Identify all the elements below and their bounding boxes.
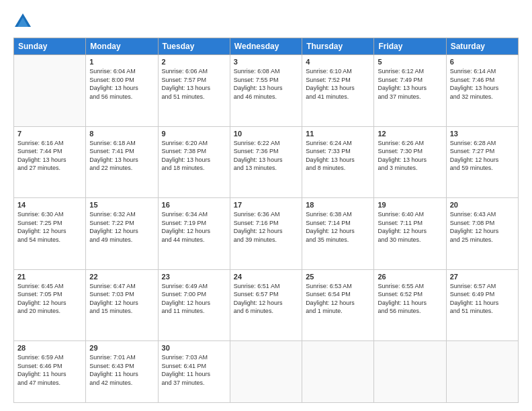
day-info: Sunrise: 6:24 AM Sunset: 7:33 PM Dayligh…: [306, 139, 370, 173]
day-number: 21: [17, 273, 82, 281]
calendar-cell: 4Sunrise: 6:10 AM Sunset: 7:52 PM Daylig…: [302, 55, 374, 127]
calendar-cell: 11Sunrise: 6:24 AM Sunset: 7:33 PM Dayli…: [302, 126, 374, 198]
calendar-cell: 9Sunrise: 6:20 AM Sunset: 7:38 PM Daylig…: [158, 126, 230, 198]
day-number: 12: [378, 130, 442, 138]
calendar-cell: 19Sunrise: 6:40 AM Sunset: 7:11 PM Dayli…: [374, 198, 446, 270]
calendar-cell: 2Sunrise: 6:06 AM Sunset: 7:57 PM Daylig…: [158, 55, 230, 127]
day-info: Sunrise: 6:14 AM Sunset: 7:46 PM Dayligh…: [450, 67, 515, 101]
calendar-cell: 14Sunrise: 6:30 AM Sunset: 7:25 PM Dayli…: [14, 198, 86, 270]
day-info: Sunrise: 6:34 AM Sunset: 7:19 PM Dayligh…: [162, 210, 226, 244]
day-header-monday: Monday: [86, 38, 158, 55]
calendar-table: SundayMondayTuesdayWednesdayThursdayFrid…: [13, 38, 519, 403]
calendar-cell: 10Sunrise: 6:22 AM Sunset: 7:36 PM Dayli…: [230, 126, 302, 198]
page: SundayMondayTuesdayWednesdayThursdayFrid…: [0, 0, 532, 411]
day-header-saturday: Saturday: [446, 38, 518, 55]
day-info: Sunrise: 6:28 AM Sunset: 7:27 PM Dayligh…: [450, 139, 515, 173]
day-info: Sunrise: 6:30 AM Sunset: 7:25 PM Dayligh…: [17, 210, 82, 244]
calendar-cell: 17Sunrise: 6:36 AM Sunset: 7:16 PM Dayli…: [230, 198, 302, 270]
day-number: 2: [162, 58, 226, 66]
day-info: Sunrise: 6:04 AM Sunset: 8:00 PM Dayligh…: [89, 67, 154, 101]
day-number: 20: [450, 201, 515, 209]
day-number: 25: [306, 273, 370, 281]
calendar-cell: [374, 341, 446, 403]
day-number: 22: [89, 273, 154, 281]
calendar-cell: [446, 341, 518, 403]
day-number: 16: [162, 201, 226, 209]
day-info: Sunrise: 6:06 AM Sunset: 7:57 PM Dayligh…: [162, 67, 226, 101]
day-info: Sunrise: 6:20 AM Sunset: 7:38 PM Dayligh…: [162, 139, 226, 173]
day-info: Sunrise: 6:10 AM Sunset: 7:52 PM Dayligh…: [306, 67, 370, 101]
day-info: Sunrise: 6:59 AM Sunset: 6:46 PM Dayligh…: [17, 353, 82, 387]
calendar-cell: [14, 55, 86, 127]
day-number: 9: [162, 130, 226, 138]
calendar-header-row: SundayMondayTuesdayWednesdayThursdayFrid…: [14, 38, 519, 55]
logo-icon: [13, 12, 32, 31]
calendar-cell: 24Sunrise: 6:51 AM Sunset: 6:57 PM Dayli…: [230, 269, 302, 341]
day-number: 8: [89, 130, 154, 138]
day-info: Sunrise: 6:26 AM Sunset: 7:30 PM Dayligh…: [378, 139, 442, 173]
day-number: 27: [450, 273, 515, 281]
day-header-friday: Friday: [374, 38, 446, 55]
calendar-cell: 20Sunrise: 6:43 AM Sunset: 7:08 PM Dayli…: [446, 198, 518, 270]
day-number: 30: [162, 344, 226, 352]
day-header-wednesday: Wednesday: [230, 38, 302, 55]
calendar-cell: 27Sunrise: 6:57 AM Sunset: 6:49 PM Dayli…: [446, 269, 518, 341]
calendar-cell: 1Sunrise: 6:04 AM Sunset: 8:00 PM Daylig…: [86, 55, 158, 127]
day-info: Sunrise: 6:08 AM Sunset: 7:55 PM Dayligh…: [234, 67, 298, 101]
calendar-cell: [230, 341, 302, 403]
day-number: 14: [17, 201, 82, 209]
day-info: Sunrise: 6:18 AM Sunset: 7:41 PM Dayligh…: [89, 139, 154, 173]
day-number: 24: [234, 273, 298, 281]
day-number: 3: [234, 58, 298, 66]
day-info: Sunrise: 6:12 AM Sunset: 7:49 PM Dayligh…: [378, 67, 442, 101]
day-number: 10: [234, 130, 298, 138]
calendar-cell: 30Sunrise: 7:03 AM Sunset: 6:41 PM Dayli…: [158, 341, 230, 403]
day-info: Sunrise: 6:16 AM Sunset: 7:44 PM Dayligh…: [17, 139, 82, 173]
day-number: 29: [89, 344, 154, 352]
day-number: 4: [306, 58, 370, 66]
day-header-tuesday: Tuesday: [158, 38, 230, 55]
day-info: Sunrise: 6:51 AM Sunset: 6:57 PM Dayligh…: [234, 282, 298, 316]
calendar-cell: 18Sunrise: 6:38 AM Sunset: 7:14 PM Dayli…: [302, 198, 374, 270]
calendar-cell: 26Sunrise: 6:55 AM Sunset: 6:52 PM Dayli…: [374, 269, 446, 341]
day-info: Sunrise: 6:40 AM Sunset: 7:11 PM Dayligh…: [378, 210, 442, 244]
day-number: 13: [450, 130, 515, 138]
calendar-cell: 29Sunrise: 7:01 AM Sunset: 6:43 PM Dayli…: [86, 341, 158, 403]
day-info: Sunrise: 7:03 AM Sunset: 6:41 PM Dayligh…: [162, 353, 226, 387]
logo: [13, 12, 35, 31]
day-number: 1: [89, 58, 154, 66]
day-info: Sunrise: 6:55 AM Sunset: 6:52 PM Dayligh…: [378, 282, 442, 316]
calendar-cell: 6Sunrise: 6:14 AM Sunset: 7:46 PM Daylig…: [446, 55, 518, 127]
calendar-cell: 7Sunrise: 6:16 AM Sunset: 7:44 PM Daylig…: [14, 126, 86, 198]
calendar-cell: [302, 341, 374, 403]
day-number: 23: [162, 273, 226, 281]
day-number: 11: [306, 130, 370, 138]
day-info: Sunrise: 6:22 AM Sunset: 7:36 PM Dayligh…: [234, 139, 298, 173]
day-info: Sunrise: 6:49 AM Sunset: 7:00 PM Dayligh…: [162, 282, 226, 316]
calendar-cell: 5Sunrise: 6:12 AM Sunset: 7:49 PM Daylig…: [374, 55, 446, 127]
day-info: Sunrise: 6:57 AM Sunset: 6:49 PM Dayligh…: [450, 282, 515, 316]
day-info: Sunrise: 6:32 AM Sunset: 7:22 PM Dayligh…: [89, 210, 154, 244]
calendar-cell: 12Sunrise: 6:26 AM Sunset: 7:30 PM Dayli…: [374, 126, 446, 198]
calendar-cell: 8Sunrise: 6:18 AM Sunset: 7:41 PM Daylig…: [86, 126, 158, 198]
day-number: 28: [17, 344, 82, 352]
day-number: 6: [450, 58, 515, 66]
calendar-cell: 13Sunrise: 6:28 AM Sunset: 7:27 PM Dayli…: [446, 126, 518, 198]
day-number: 17: [234, 201, 298, 209]
calendar-cell: 22Sunrise: 6:47 AM Sunset: 7:03 PM Dayli…: [86, 269, 158, 341]
calendar-cell: 16Sunrise: 6:34 AM Sunset: 7:19 PM Dayli…: [158, 198, 230, 270]
header: [13, 12, 519, 31]
day-header-thursday: Thursday: [302, 38, 374, 55]
day-header-sunday: Sunday: [14, 38, 86, 55]
day-number: 26: [378, 273, 442, 281]
day-number: 18: [306, 201, 370, 209]
day-info: Sunrise: 7:01 AM Sunset: 6:43 PM Dayligh…: [89, 353, 154, 387]
calendar-cell: 21Sunrise: 6:45 AM Sunset: 7:05 PM Dayli…: [14, 269, 86, 341]
day-info: Sunrise: 6:36 AM Sunset: 7:16 PM Dayligh…: [234, 210, 298, 244]
day-number: 15: [89, 201, 154, 209]
day-info: Sunrise: 6:47 AM Sunset: 7:03 PM Dayligh…: [89, 282, 154, 316]
day-info: Sunrise: 6:53 AM Sunset: 6:54 PM Dayligh…: [306, 282, 370, 316]
day-info: Sunrise: 6:38 AM Sunset: 7:14 PM Dayligh…: [306, 210, 370, 244]
calendar-cell: 15Sunrise: 6:32 AM Sunset: 7:22 PM Dayli…: [86, 198, 158, 270]
calendar-cell: 23Sunrise: 6:49 AM Sunset: 7:00 PM Dayli…: [158, 269, 230, 341]
